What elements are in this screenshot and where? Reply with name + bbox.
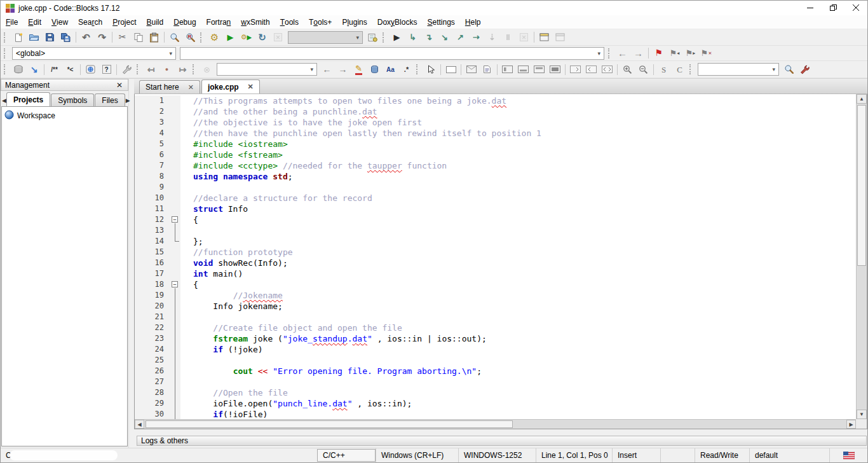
menu-item-view[interactable]: View: [46, 15, 73, 29]
incsearch-forward-button[interactable]: →: [335, 62, 351, 76]
doxy-chm-button[interactable]: ?: [98, 62, 114, 76]
smith-s-button[interactable]: S: [656, 62, 672, 76]
management-tabs-scroll-left[interactable]: ◀: [2, 95, 6, 106]
menu-item-help[interactable]: Help: [460, 15, 486, 29]
tab-projects[interactable]: Projects: [6, 92, 50, 106]
step-into-button[interactable]: ↘: [437, 31, 452, 45]
various-info-button[interactable]: [552, 31, 568, 45]
replace-button[interactable]: R: [182, 31, 198, 45]
dialog-widget-button[interactable]: [463, 62, 479, 76]
menu-item-file[interactable]: File: [1, 15, 23, 29]
rebuild-button[interactable]: ↻: [254, 31, 270, 45]
menu-item-tools[interactable]: Tools+: [304, 15, 337, 29]
cut-button[interactable]: ✂: [114, 31, 130, 45]
menu-item-plugins[interactable]: Plugins: [337, 15, 372, 29]
jump-forward-button[interactable]: ↦: [175, 62, 191, 76]
fold-collapse-icon[interactable]: −: [172, 281, 178, 287]
frame-widget-button[interactable]: [443, 62, 459, 76]
scope-combo[interactable]: <global>▾: [12, 47, 176, 60]
target-combo[interactable]: ▾: [288, 31, 363, 44]
expand-1-button[interactable]: [567, 62, 583, 76]
regex-button[interactable]: .*: [398, 62, 414, 76]
doxy-options-button[interactable]: [119, 62, 135, 76]
menu-item-debug[interactable]: Debug: [168, 15, 201, 29]
build-and-run-button[interactable]: ⚙▶: [238, 31, 254, 45]
search-clear-button[interactable]: ⊗: [199, 62, 215, 76]
sizer-3-button[interactable]: [531, 62, 547, 76]
tab-close-icon[interactable]: ✕: [248, 83, 254, 91]
threadsearch-search-button[interactable]: [781, 62, 797, 76]
save-all-button[interactable]: [58, 31, 74, 45]
next-instruction-button[interactable]: ⇢: [468, 31, 484, 45]
minimize-button[interactable]: [799, 1, 822, 15]
sizer-2-button[interactable]: [515, 62, 531, 76]
undo-button[interactable]: ↶: [78, 31, 94, 45]
build-button[interactable]: ⚙: [207, 31, 222, 45]
sizer-4-button[interactable]: [547, 62, 563, 76]
menu-item-doxyblocks[interactable]: DoxyBlocks: [372, 15, 423, 29]
jump-pos-button[interactable]: ●: [159, 62, 175, 76]
close-button[interactable]: [844, 1, 867, 15]
vertical-scroll-thumb[interactable]: [857, 105, 866, 266]
horizontal-scrollbar[interactable]: ◀ ▶: [135, 419, 856, 429]
logs-panel-caption[interactable]: Logs & others: [137, 436, 867, 446]
menu-item-fortran[interactable]: Fortran: [201, 15, 236, 29]
nav-back-button[interactable]: ←: [614, 46, 630, 60]
doxy-block-button[interactable]: /**: [46, 62, 62, 76]
break-debugger-button[interactable]: ‖: [500, 31, 516, 45]
tree-item-workspace[interactable]: Workspace: [3, 109, 126, 122]
fold-margin[interactable]: −: [170, 279, 180, 290]
new-file-button[interactable]: [10, 31, 26, 45]
scroll-up-icon[interactable]: ▲: [857, 94, 867, 104]
expand-2-button[interactable]: [583, 62, 599, 76]
step-out-button[interactable]: ↗: [452, 31, 468, 45]
smith-c-button[interactable]: C: [672, 62, 688, 76]
tab-files[interactable]: Files: [95, 93, 125, 106]
bookmark-next-button[interactable]: ⚑▸: [682, 46, 698, 60]
abort-build-button[interactable]: ✕: [270, 31, 286, 45]
bookmark-prev-button[interactable]: ⚑◂: [667, 46, 682, 60]
threadsearch-combo[interactable]: ▾: [698, 63, 779, 76]
doxy-html-button[interactable]: [83, 62, 98, 76]
run-button[interactable]: ▶: [222, 31, 238, 45]
next-line-button[interactable]: ↴: [421, 31, 437, 45]
nav-forward-button[interactable]: →: [630, 46, 646, 60]
doxy-comment-button[interactable]: ↘: [26, 62, 42, 76]
horizontal-scroll-thumb[interactable]: [146, 420, 513, 428]
editor-tab-joke-cpp[interactable]: joke.cpp✕: [201, 79, 260, 93]
debug-continue-button[interactable]: ▶: [389, 31, 405, 45]
stop-debugger-button[interactable]: ✕: [516, 31, 532, 45]
editor-tab-start-here[interactable]: Start here✕: [139, 80, 200, 93]
menu-item-search[interactable]: Search: [73, 15, 107, 29]
run-to-cursor-button[interactable]: ↳: [405, 31, 421, 45]
copy-button[interactable]: [130, 31, 146, 45]
save-button[interactable]: [42, 31, 58, 45]
fold-margin[interactable]: −: [170, 214, 180, 225]
fold-collapse-icon[interactable]: −: [172, 216, 178, 223]
step-into-instruction-button[interactable]: ⇣: [484, 31, 500, 45]
code-editor[interactable]: 1//This programs attempts to open two fi…: [135, 94, 856, 419]
sizer-1-button[interactable]: [499, 62, 515, 76]
vertical-scrollbar[interactable]: ▲ ▼: [856, 94, 867, 419]
match-case-button[interactable]: Aa: [383, 62, 398, 76]
restore-button[interactable]: [822, 1, 844, 15]
scroll-right-icon[interactable]: ▶: [846, 420, 856, 429]
menu-item-wxsmith[interactable]: wxSmith: [236, 15, 275, 29]
compiler-settings-button[interactable]: [365, 31, 381, 45]
panel-widget-button[interactable]: [479, 62, 495, 76]
menu-item-tools[interactable]: Tools: [275, 15, 304, 29]
jump-back-button[interactable]: ↤: [143, 62, 159, 76]
zoom-in-button[interactable]: [620, 62, 635, 76]
highlight-button[interactable]: ✎: [351, 62, 367, 76]
doxy-extract-button[interactable]: [10, 62, 26, 76]
pointer-button[interactable]: [423, 62, 438, 76]
menu-item-settings[interactable]: Settings: [422, 15, 459, 29]
menu-item-edit[interactable]: Edit: [23, 15, 46, 29]
management-close-icon[interactable]: ✕: [115, 81, 124, 90]
bookmark-clear-button[interactable]: ⚑✕: [698, 46, 714, 60]
menu-item-project[interactable]: Project: [107, 15, 141, 29]
function-combo[interactable]: ▾: [180, 47, 604, 60]
menu-item-build[interactable]: Build: [142, 15, 169, 29]
doxy-inline-button[interactable]: *<: [62, 62, 78, 76]
selected-scope-button[interactable]: [367, 62, 383, 76]
